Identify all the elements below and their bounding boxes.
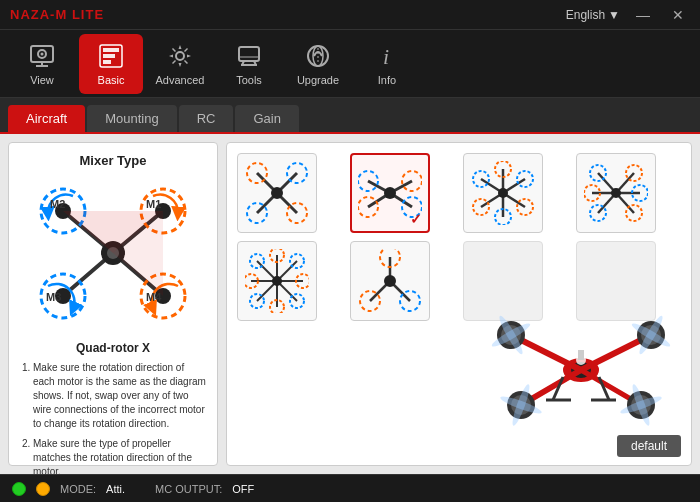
minimize-button[interactable]: — — [630, 5, 656, 25]
svg-rect-128 — [578, 350, 584, 360]
svg-point-57 — [498, 188, 508, 198]
left-panel: Mixer Type — [8, 142, 218, 466]
svg-point-37 — [271, 187, 283, 199]
quad-label: Quad-rotor X — [19, 341, 207, 355]
close-button[interactable]: ✕ — [666, 5, 690, 25]
mixer-option-quad-plus[interactable] — [237, 153, 317, 233]
toolbar-basic[interactable]: Basic — [79, 34, 143, 94]
tab-mounting[interactable]: Mounting — [87, 105, 176, 132]
mc-value: OFF — [232, 483, 254, 495]
view-label: View — [30, 74, 54, 86]
info-icon: i — [373, 42, 401, 70]
selected-checkmark: ✓ — [410, 211, 422, 227]
tab-aircraft[interactable]: Aircraft — [8, 105, 85, 132]
svg-point-4 — [41, 52, 44, 55]
toolbar: View Basic — [0, 30, 700, 98]
tab-rc[interactable]: RC — [179, 105, 234, 132]
titlebar-controls: English ▼ — ✕ — [566, 5, 690, 25]
toolbar-tools[interactable]: Tools — [217, 34, 281, 94]
main-content: Mixer Type — [0, 134, 700, 474]
app-title: NAZA-M LITE — [10, 7, 104, 22]
led-green — [12, 482, 26, 496]
mixer-option-octo-plus[interactable] — [237, 241, 317, 321]
info-label: Info — [378, 74, 396, 86]
drone-photo — [481, 305, 681, 435]
drone-diagram: M1 M2 M3 M4 — [28, 176, 198, 335]
mixer-option-quad-x[interactable]: ✓ — [350, 153, 430, 233]
svg-line-124 — [599, 377, 609, 400]
mixer-option-hex-x[interactable] — [576, 153, 656, 233]
svg-point-70 — [611, 188, 621, 198]
mixer-option-hex-plus[interactable] — [463, 153, 543, 233]
toolbar-view[interactable]: View — [10, 34, 74, 94]
instruction-2: Make sure the type of propeller matches … — [33, 437, 207, 479]
svg-rect-7 — [239, 47, 259, 61]
upgrade-icon — [304, 42, 332, 70]
brand-accent: NAZA-M — [10, 7, 72, 22]
tools-icon — [235, 42, 263, 70]
default-button[interactable]: default — [617, 435, 681, 457]
gear-icon — [166, 42, 194, 70]
language-label: English — [566, 8, 605, 22]
view-icon — [28, 42, 56, 70]
mixer-type-title: Mixer Type — [19, 153, 207, 168]
basic-label: Basic — [98, 74, 125, 86]
toolbar-advanced[interactable]: Advanced — [148, 34, 212, 94]
toolbar-upgrade[interactable]: Upgrade — [286, 34, 350, 94]
chevron-down-icon: ▼ — [608, 8, 620, 22]
mode-value: Atti. — [106, 483, 125, 495]
tab-bar: Aircraft Mounting RC Gain — [0, 98, 700, 134]
svg-point-46 — [384, 187, 396, 199]
instruction-1: Make sure the rotation direction of each… — [33, 361, 207, 431]
basic-icon — [97, 42, 125, 70]
mixer-option-tri[interactable] — [350, 241, 430, 321]
brand-name: LITE — [72, 7, 104, 22]
instructions: Make sure the rotation direction of each… — [19, 361, 207, 485]
tools-label: Tools — [236, 74, 262, 86]
mixer-grid: ✓ — [237, 153, 681, 321]
right-panel: ✓ — [226, 142, 692, 466]
upgrade-label: Upgrade — [297, 74, 339, 86]
svg-point-85 — [272, 276, 282, 286]
mc-label: MC OUTPUT: — [155, 483, 222, 495]
svg-text:M1: M1 — [146, 198, 161, 210]
svg-text:M2: M2 — [50, 198, 65, 210]
advanced-label: Advanced — [156, 74, 205, 86]
led-yellow — [36, 482, 50, 496]
svg-text:i: i — [383, 44, 389, 69]
mode-label: MODE: — [60, 483, 96, 495]
svg-point-6 — [176, 52, 184, 60]
svg-text:M4: M4 — [146, 291, 162, 303]
language-button[interactable]: English ▼ — [566, 8, 620, 22]
svg-text:M3: M3 — [46, 291, 61, 303]
tab-gain[interactable]: Gain — [235, 105, 298, 132]
title-bar: NAZA-M LITE English ▼ — ✕ — [0, 0, 700, 30]
toolbar-info[interactable]: i Info — [355, 34, 419, 94]
svg-point-97 — [384, 275, 396, 287]
